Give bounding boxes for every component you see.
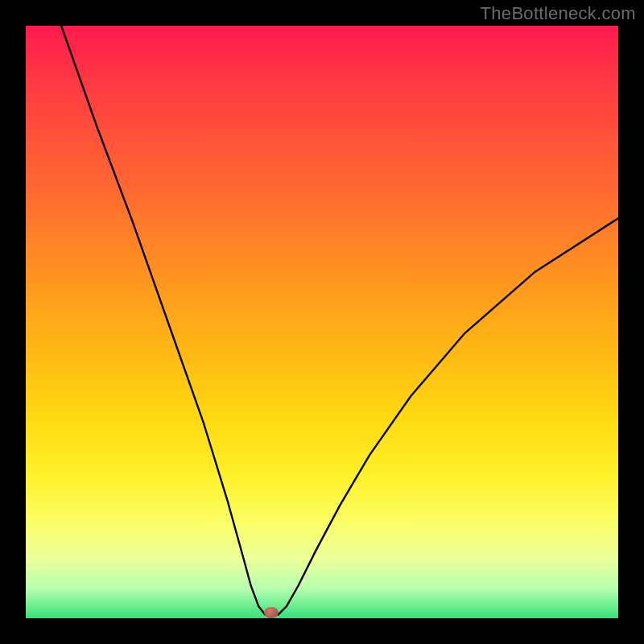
watermark-text: TheBottleneck.com [481, 3, 636, 24]
bottleneck-curve [26, 26, 618, 618]
chart-frame: TheBottleneck.com [0, 0, 644, 644]
optimum-marker [264, 607, 279, 618]
plot-area [26, 26, 618, 618]
